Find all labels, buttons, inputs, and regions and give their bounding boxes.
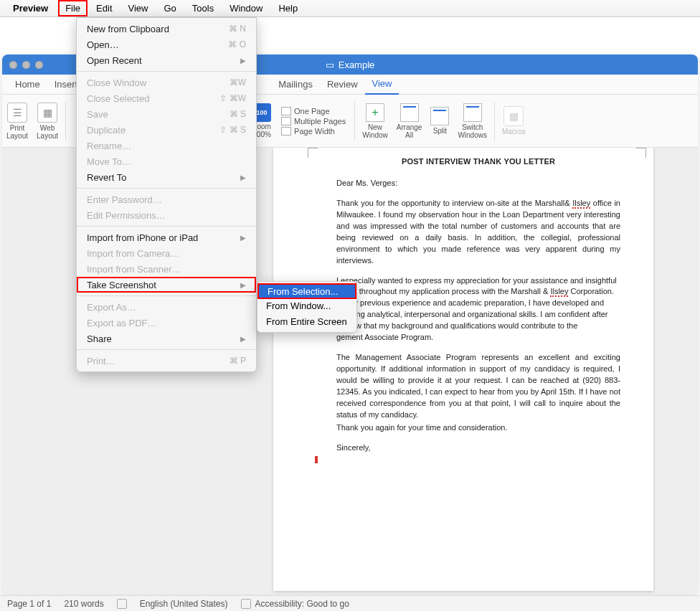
menu-move-to: Move To… [77, 153, 256, 169]
chevron-right-icon: ▶ [240, 335, 246, 343]
tab-home[interactable]: Home [8, 75, 47, 94]
chevron-right-icon: ▶ [240, 174, 246, 181]
menu-print: Print…⌘ P [77, 353, 256, 369]
menu-save: Save⌘ S [77, 106, 256, 122]
menu-close-window: Close Window⌘W [77, 75, 256, 90]
status-page[interactable]: Page 1 of 1 [7, 599, 51, 609]
document-page[interactable]: POST INTERVIEW THANK YOU LETTER Dear Ms.… [273, 148, 653, 591]
chevron-right-icon: ▶ [240, 281, 246, 289]
multiple-pages-button[interactable]: Multiple Pages [281, 117, 346, 125]
salutation: Dear Ms. Verges: [336, 178, 620, 189]
traffic-lights[interactable] [2, 61, 43, 69]
closing: Sincerely, [336, 442, 620, 454]
system-menubar: Preview File Edit View Go Tools Window H… [0, 0, 700, 17]
menu-tools[interactable]: Tools [189, 1, 217, 15]
one-page-button[interactable]: One Page [281, 107, 346, 115]
menu-share[interactable]: Share▶ [77, 331, 256, 346]
menu-help[interactable]: Help [275, 1, 301, 15]
page-width-button[interactable]: Page Width [281, 127, 346, 136]
menu-view[interactable]: View [126, 1, 151, 15]
menu-go[interactable]: Go [161, 1, 179, 15]
menu-import-scanner: Import from Scanner… [77, 261, 256, 277]
document-icon: ▭ [326, 60, 334, 70]
tab-view[interactable]: View [365, 74, 399, 95]
menu-open[interactable]: Open…⌘ O [77, 37, 256, 52]
menu-take-screenshot[interactable]: Take Screenshot▶ [77, 277, 256, 293]
menu-window[interactable]: Window [227, 1, 265, 15]
menu-import-iphone[interactable]: Import from iPhone or iPad▶ [77, 229, 256, 245]
menu-export-pdf: Export as PDF… [77, 315, 256, 331]
menu-enter-password: Enter Password… [77, 191, 256, 207]
menu-edit[interactable]: Edit [93, 1, 115, 15]
status-words[interactable]: 210 words [64, 599, 103, 609]
submenu-from-window[interactable]: From Window... [257, 298, 356, 313]
crop-mark-icon [308, 148, 318, 158]
menu-close-selected: Close Selected⇧ ⌘W [77, 90, 256, 106]
status-bar: Page 1 of 1 210 words English (United St… [0, 595, 700, 611]
file-dropdown: New from Clipboard⌘ N Open…⌘ O Open Rece… [76, 17, 257, 372]
menu-duplicate: Duplicate⇧ ⌘ S [77, 122, 256, 138]
status-accessibility[interactable]: Accessibility: Good to go [241, 599, 349, 609]
app-name[interactable]: Preview [13, 3, 48, 14]
split-button[interactable]: Split [426, 104, 453, 138]
chevron-right-icon: ▶ [240, 234, 246, 242]
arrange-all-button[interactable]: Arrange All [392, 100, 427, 142]
window-title-text: Example [339, 60, 375, 70]
menu-open-recent[interactable]: Open Recent▶ [77, 52, 256, 68]
tab-mailings[interactable]: Mailings [271, 75, 320, 94]
menu-revert-to[interactable]: Revert To▶ [77, 169, 256, 185]
menu-rename: Rename… [77, 138, 256, 153]
paragraph-1: Thank you for the opportunity to intervi… [336, 198, 620, 267]
crop-mark-icon [636, 148, 646, 158]
doc-title: POST INTERVIEW THANK YOU LETTER [336, 156, 620, 168]
tab-review[interactable]: Review [320, 75, 365, 94]
paragraph-4: Thank you again for your time and consid… [336, 422, 620, 434]
status-language[interactable]: English (United States) [140, 599, 228, 609]
menu-edit-permissions: Edit Permissions… [77, 207, 256, 223]
switch-windows-button[interactable]: Switch Windows [453, 100, 491, 142]
status-spellcheck-icon[interactable] [117, 599, 127, 609]
paragraph-2: I especially wanted to express my apprec… [336, 275, 620, 344]
menu-import-camera: Import from Camera… [77, 245, 256, 261]
chevron-right-icon: ▶ [240, 57, 246, 65]
text-cursor-icon [315, 456, 318, 463]
print-layout-button[interactable]: ☰Print Layout [2, 100, 32, 143]
web-layout-button[interactable]: ▦Web Layout [32, 100, 62, 143]
menu-file[interactable]: File [58, 0, 88, 16]
screenshot-submenu: From Selection... From Window... From En… [257, 281, 357, 333]
submenu-from-selection[interactable]: From Selection... [257, 283, 356, 299]
window-title: ▭ Example [326, 60, 375, 70]
submenu-from-entire[interactable]: From Entire Screen [257, 313, 356, 329]
macros-button[interactable]: ▦Macros [498, 103, 530, 138]
page-view-stack: One Page Multiple Pages Page Width [275, 107, 351, 136]
menu-new-from-clipboard[interactable]: New from Clipboard⌘ N [77, 21, 256, 37]
menu-export-as: Export As… [77, 299, 256, 315]
new-window-button[interactable]: +New Window [358, 100, 392, 142]
paragraph-3: The Management Associate Program represe… [336, 352, 620, 421]
